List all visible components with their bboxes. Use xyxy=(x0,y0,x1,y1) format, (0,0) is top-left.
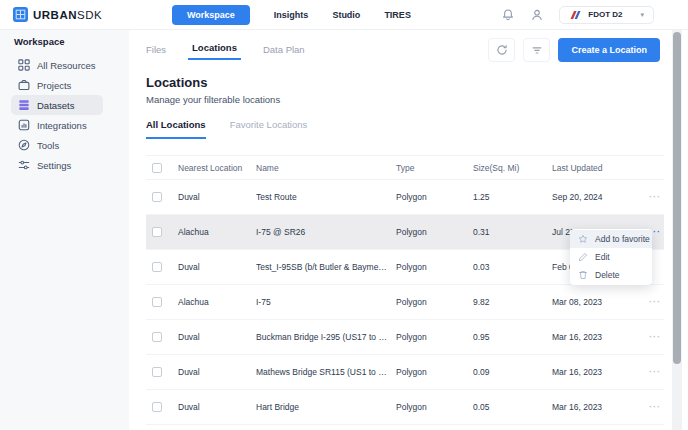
sidebar-item-projects[interactable]: Projects xyxy=(11,75,103,95)
cell-type: Polygon xyxy=(396,367,473,377)
sidebar-item-label: Projects xyxy=(37,80,71,91)
sliders-icon xyxy=(18,159,30,171)
filter-button[interactable] xyxy=(523,38,550,62)
cell-type: Polygon xyxy=(396,227,473,237)
integration-icon xyxy=(18,119,30,131)
chevron-down-icon: ▾ xyxy=(640,11,644,18)
grid-icon xyxy=(18,59,30,71)
page-title: Locations xyxy=(146,75,672,90)
user-icon[interactable] xyxy=(530,8,544,22)
row-actions-ellipsis-icon[interactable]: ··· xyxy=(646,332,664,342)
table-row[interactable]: Duval Test Route Polygon 1.25 Sep 20, 20… xyxy=(146,180,664,215)
cell-last-updated: Mar 16, 2023 xyxy=(552,332,646,342)
cell-nearest-location: Duval xyxy=(178,332,256,342)
row-checkbox[interactable] xyxy=(152,332,162,342)
trash-icon xyxy=(578,270,588,280)
subtab-all-locations[interactable]: All Locations xyxy=(146,119,206,139)
column-header-last-updated[interactable]: Last Updated xyxy=(552,163,646,173)
cell-nearest-location: Alachua xyxy=(178,297,256,307)
row-actions-ellipsis-icon[interactable]: ··· xyxy=(646,367,664,377)
row-actions-ellipsis-icon[interactable]: ··· xyxy=(646,192,664,202)
row-actions-ellipsis-icon[interactable]: ··· xyxy=(646,402,664,412)
sidebar-item-integrations[interactable]: Integrations xyxy=(11,115,103,135)
nav-insights[interactable]: Insights xyxy=(274,10,309,20)
cell-size: 0.95 xyxy=(473,332,552,342)
cell-nearest-location: Duval xyxy=(178,192,256,202)
table-row[interactable]: Duval Hart Bridge Polygon 0.05 Mar 16, 2… xyxy=(146,390,664,425)
cell-name: Hart Bridge xyxy=(256,402,396,412)
table-row[interactable]: Duval Mathews Bridge SR115 (US1 to SR109… xyxy=(146,355,664,390)
row-actions-ellipsis-icon[interactable]: ··· xyxy=(646,297,664,307)
sidebar-item-datasets[interactable]: Datasets xyxy=(11,95,103,115)
cell-name: Test Route xyxy=(256,192,396,202)
database-icon xyxy=(18,99,30,111)
cell-size: 0.05 xyxy=(473,402,552,412)
column-header-name[interactable]: Name xyxy=(256,163,396,173)
menu-item-label: Delete xyxy=(595,270,620,280)
column-header-size[interactable]: Size(Sq. Mi) xyxy=(473,163,552,173)
select-all-checkbox[interactable] xyxy=(152,163,162,173)
table-row[interactable]: Duval 95NB @ University Polygon 0.03 Jun… xyxy=(146,425,664,430)
org-selector[interactable]: FDOT D2 ▾ xyxy=(559,6,654,24)
column-header-type[interactable]: Type xyxy=(396,163,473,173)
cell-type: Polygon xyxy=(396,262,473,272)
sidebar: Workspace All Resources Projects Dataset… xyxy=(0,30,129,430)
pencil-icon xyxy=(578,252,588,262)
row-checkbox[interactable] xyxy=(152,262,162,272)
table-row[interactable]: Duval Buckman Bridge I-295 (US17 to San … xyxy=(146,320,664,355)
cell-last-updated: Mar 16, 2023 xyxy=(552,367,646,377)
table-header-row: Nearest Location Name Type Size(Sq. Mi) … xyxy=(146,155,664,180)
nav-workspace[interactable]: Workspace xyxy=(172,5,250,25)
row-checkbox[interactable] xyxy=(152,192,162,202)
locations-subtabs: All Locations Favorite Locations xyxy=(146,119,672,139)
create-location-button[interactable]: Create a Location xyxy=(558,38,660,62)
column-header-nearest-location[interactable]: Nearest Location xyxy=(178,163,256,173)
cell-nearest-location: Duval xyxy=(178,402,256,412)
bell-icon[interactable] xyxy=(501,8,515,22)
cell-name: Buckman Bridge I-295 (US17 to San Jos... xyxy=(256,332,396,342)
scrollbar-thumb[interactable] xyxy=(673,32,681,364)
cell-size: 1.25 xyxy=(473,192,552,202)
cell-size: 0.31 xyxy=(473,227,552,237)
cell-nearest-location: Duval xyxy=(178,262,256,272)
subtab-favorite-locations[interactable]: Favorite Locations xyxy=(230,119,308,139)
row-checkbox[interactable] xyxy=(152,367,162,377)
sidebar-item-tools[interactable]: Tools xyxy=(11,135,103,155)
sidebar-item-label: Tools xyxy=(37,140,59,151)
nav-tires[interactable]: TIRES xyxy=(384,10,411,20)
tab-files[interactable]: Files xyxy=(146,44,166,60)
row-context-menu: Add to favorite Edit Delete xyxy=(570,229,652,285)
cell-type: Polygon xyxy=(396,402,473,412)
brand-logo-icon xyxy=(13,7,28,22)
brand-logo[interactable]: URBANSDK xyxy=(13,7,102,22)
sidebar-item-label: All Resources xyxy=(37,60,96,71)
cell-last-updated: Mar 16, 2023 xyxy=(552,402,646,412)
header-right-cluster: FDOT D2 ▾ xyxy=(501,6,654,24)
sidebar-item-all-resources[interactable]: All Resources xyxy=(11,55,103,75)
row-checkbox[interactable] xyxy=(152,227,162,237)
menu-item-edit[interactable]: Edit xyxy=(570,248,652,266)
nav-studio[interactable]: Studio xyxy=(332,10,360,20)
cell-last-updated: Sep 20, 2024 xyxy=(552,192,646,202)
menu-item-add-to-favorite[interactable]: Add to favorite xyxy=(570,230,652,248)
menu-item-label: Edit xyxy=(595,252,610,262)
row-checkbox[interactable] xyxy=(152,297,162,307)
refresh-button[interactable] xyxy=(488,38,515,62)
vertical-scrollbar[interactable] xyxy=(672,30,682,430)
cell-name: Mathews Bridge SR115 (US1 to SR109) xyxy=(256,367,396,377)
menu-item-delete[interactable]: Delete xyxy=(570,266,652,284)
star-icon xyxy=(578,234,588,244)
cell-size: 0.03 xyxy=(473,262,552,272)
tab-locations[interactable]: Locations xyxy=(188,42,241,60)
toolbar: Create a Location xyxy=(488,38,660,62)
tab-data-plan[interactable]: Data Plan xyxy=(263,44,305,60)
top-navigation: Workspace Insights Studio TIRES xyxy=(172,5,411,25)
cell-type: Polygon xyxy=(396,192,473,202)
table-row[interactable]: Alachua I-75 Polygon 9.82 Mar 08, 2023 ·… xyxy=(146,285,664,320)
page-head: Locations Manage your filterable locatio… xyxy=(146,75,672,105)
menu-item-label: Add to favorite xyxy=(595,234,650,244)
cell-last-updated: Mar 08, 2023 xyxy=(552,297,646,307)
row-checkbox[interactable] xyxy=(152,402,162,412)
sidebar-item-settings[interactable]: Settings xyxy=(11,155,103,175)
cell-type: Polygon xyxy=(396,297,473,307)
